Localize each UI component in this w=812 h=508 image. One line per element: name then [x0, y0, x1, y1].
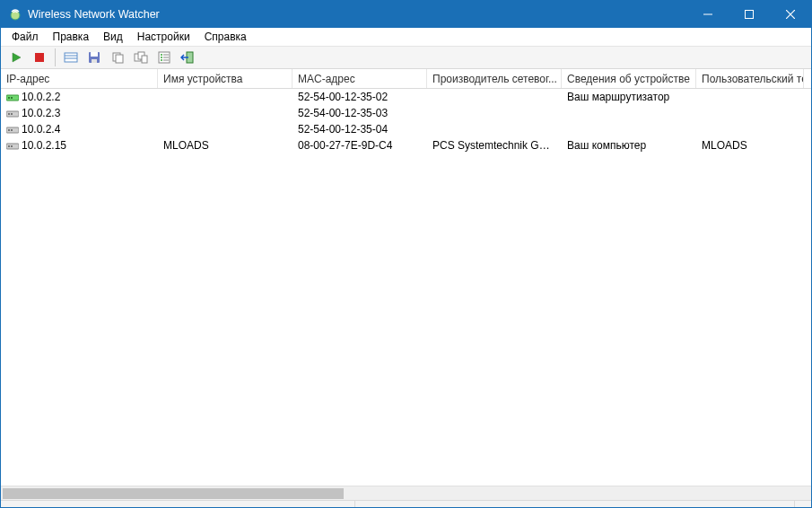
menu-file[interactable]: Файл: [4, 30, 46, 44]
device-icon: [6, 109, 19, 118]
svg-rect-7: [65, 53, 77, 62]
cell-user: MLOADS: [696, 139, 804, 152]
column-header-user[interactable]: Пользовательский текст: [696, 69, 804, 88]
svg-rect-27: [8, 97, 10, 99]
cell-info: Ваш маршрутизатор: [562, 91, 696, 103]
titlebar[interactable]: Wireless Network Watcher: [1, 1, 811, 28]
device-icon: [6, 125, 19, 135]
column-header-vendor[interactable]: Производитель сетевог...: [427, 69, 562, 88]
play-icon[interactable]: [6, 48, 26, 67]
window-title: Wireless Network Watcher: [28, 8, 160, 21]
properties-icon[interactable]: [61, 48, 81, 67]
copy-multi-icon[interactable]: [131, 48, 151, 67]
svg-marker-5: [13, 53, 21, 62]
nirsoft-link[interactable]: NirSoft Freeware. https://www.nirsoft.ne…: [361, 505, 569, 509]
svg-rect-14: [116, 55, 123, 63]
cell-mac: 08-00-27-7E-9D-C4: [292, 139, 427, 152]
svg-rect-12: [92, 59, 97, 63]
svg-rect-34: [11, 129, 13, 131]
statusbar: Сканирование... 10.0.2.148 NirSoft Freew…: [1, 500, 811, 508]
svg-rect-11: [91, 52, 98, 57]
cell-vendor: PCS Systemtechnik Gm...: [427, 139, 562, 152]
svg-rect-2: [746, 11, 754, 19]
toolbar-separator: [55, 48, 56, 66]
menu-edit[interactable]: Правка: [46, 30, 97, 44]
maximize-button[interactable]: [729, 1, 770, 28]
column-header-name[interactable]: Имя устройства: [158, 69, 292, 88]
column-header-ip[interactable]: IP-адрес: [1, 69, 158, 88]
toolbar: [1, 46, 811, 69]
app-icon: [8, 7, 22, 22]
menubar: Файл Правка Вид Настройки Справка: [1, 28, 811, 46]
device-icon: [6, 141, 19, 151]
menu-settings[interactable]: Настройки: [130, 30, 197, 44]
cell-ip: 10.0.2.4: [22, 123, 60, 136]
cell-mac: 52-54-00-12-35-04: [292, 123, 427, 136]
svg-rect-6: [35, 53, 44, 62]
cell-ip: 10.0.2.3: [22, 107, 60, 119]
cell-info: Ваш компьютер: [562, 139, 696, 152]
options-icon[interactable]: [154, 48, 174, 67]
horizontal-scrollbar[interactable]: [1, 486, 811, 500]
cell-mac: 52-54-00-12-35-02: [292, 91, 427, 103]
status-scan-text: Сканирование... 10.0.2.148: [1, 501, 355, 508]
svg-rect-28: [11, 97, 13, 99]
cell-ip: 10.0.2.15: [22, 139, 66, 152]
rows-container: 10.0.2.2 52-54-00-12-35-02 Ваш маршрутиз…: [1, 89, 811, 153]
status-link-pane: NirSoft Freeware. https://www.nirsoft.ne…: [355, 501, 795, 508]
svg-rect-17: [142, 56, 147, 63]
column-header-mac[interactable]: MAC-адрес: [292, 69, 427, 88]
table-row[interactable]: 10.0.2.2 52-54-00-12-35-02 Ваш маршрутиз…: [1, 89, 811, 105]
table-row[interactable]: 10.0.2.4 52-54-00-12-35-04: [1, 121, 811, 137]
svg-point-21: [161, 59, 162, 61]
svg-point-19: [161, 54, 162, 56]
menu-view[interactable]: Вид: [96, 30, 130, 44]
column-header-info[interactable]: Сведения об устройстве: [562, 69, 696, 88]
svg-rect-31: [11, 113, 13, 115]
cell-mac: 52-54-00-12-35-03: [292, 107, 427, 119]
svg-point-20: [161, 57, 162, 58]
close-button[interactable]: [770, 1, 811, 28]
cell-name: MLOADS: [158, 139, 292, 152]
resize-grip[interactable]: [795, 501, 811, 508]
copy-icon[interactable]: [108, 48, 127, 67]
column-headers: IP-адрес Имя устройства MAC-адрес Произв…: [1, 69, 811, 89]
table-row[interactable]: 10.0.2.15 MLOADS 08-00-27-7E-9D-C4 PCS S…: [1, 137, 811, 153]
svg-rect-36: [8, 145, 10, 147]
device-icon: [6, 92, 19, 102]
table-row[interactable]: 10.0.2.3 52-54-00-12-35-03: [1, 105, 811, 121]
menu-help[interactable]: Справка: [197, 30, 254, 44]
svg-rect-30: [8, 113, 10, 115]
stop-icon[interactable]: [30, 48, 49, 67]
save-icon[interactable]: [84, 48, 104, 67]
svg-rect-37: [11, 145, 13, 147]
svg-rect-33: [8, 129, 10, 131]
cell-ip: 10.0.2.2: [22, 91, 60, 103]
scrollbar-thumb[interactable]: [3, 488, 344, 499]
minimize-button[interactable]: [687, 1, 729, 28]
exit-icon[interactable]: [178, 48, 197, 67]
listview: IP-адрес Имя устройства MAC-адрес Произв…: [1, 69, 811, 486]
